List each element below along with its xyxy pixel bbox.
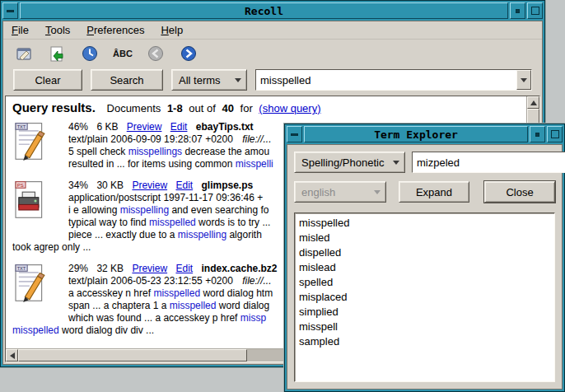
term-list-item[interactable]: misled bbox=[299, 231, 554, 245]
maximize-icon bbox=[531, 7, 539, 15]
query-dropdown-button[interactable] bbox=[516, 70, 531, 90]
menu-preferences[interactable]: Preferences bbox=[86, 24, 144, 36]
term-list-item[interactable]: misspelled bbox=[299, 216, 554, 231]
edit-link[interactable]: Edit bbox=[170, 121, 188, 133]
text-file-icon[interactable]: TXT bbox=[14, 264, 49, 305]
maximize-button[interactable] bbox=[527, 2, 543, 19]
chevron-down-icon bbox=[521, 78, 527, 82]
highlighted-term: misspellings bbox=[128, 146, 182, 157]
highlighted-term: misspelling bbox=[120, 204, 169, 216]
window-menu-icon bbox=[7, 10, 14, 12]
term-list-item[interactable]: misplaced bbox=[299, 290, 554, 305]
snippet-text: took agrep only ... bbox=[12, 241, 91, 253]
close-button[interactable]: Close bbox=[484, 181, 555, 203]
chevron-down-icon bbox=[235, 78, 241, 82]
term-list-item[interactable]: sampled bbox=[299, 334, 554, 349]
preview-link[interactable]: Preview bbox=[127, 121, 162, 133]
snippet-text: 5 spell check bbox=[68, 146, 128, 157]
menu-help[interactable]: Help bbox=[161, 24, 183, 36]
window-menu-button[interactable] bbox=[287, 126, 302, 142]
match-mode-combobox[interactable]: All terms bbox=[171, 69, 247, 91]
results-for-label: for bbox=[240, 102, 253, 114]
postscript-file-icon[interactable]: PS bbox=[14, 180, 49, 222]
maximize-button[interactable] bbox=[547, 126, 563, 142]
edit-link[interactable]: Edit bbox=[175, 263, 193, 274]
term-list-item[interactable]: simplied bbox=[299, 305, 554, 320]
window-menu-icon bbox=[291, 133, 298, 136]
highlighted-term: misspelling bbox=[178, 229, 226, 240]
search-controls: Clear Search All terms bbox=[3, 68, 542, 96]
term-list-item[interactable]: mislead bbox=[299, 260, 554, 275]
snippet-text: piece ... exactly due to a bbox=[68, 229, 178, 240]
relevance: 46% bbox=[68, 121, 88, 133]
history-icon[interactable] bbox=[79, 43, 100, 64]
arrow-up-icon bbox=[530, 100, 537, 105]
term-list-item[interactable]: dispelled bbox=[299, 245, 554, 260]
desktop: Recoll File Tools Preferences Help bbox=[0, 0, 565, 392]
file-size: 6 KB bbox=[96, 121, 118, 133]
edit-link[interactable]: Edit bbox=[175, 180, 193, 191]
recoll-titlebar[interactable]: Recoll bbox=[2, 2, 543, 19]
preview-link[interactable]: Preview bbox=[132, 263, 167, 274]
term-input[interactable] bbox=[413, 152, 565, 172]
horizontal-scroll-thumb[interactable] bbox=[18, 349, 247, 362]
mime-and-date: text/plain 2006-09-09 19:28:07 +0200 bbox=[68, 133, 233, 145]
query-input[interactable] bbox=[256, 70, 516, 90]
show-query-link[interactable]: (show query) bbox=[259, 102, 320, 114]
window-title: Term Explorer bbox=[304, 126, 528, 142]
preview-link[interactable]: Preview bbox=[132, 180, 167, 191]
search-button[interactable]: Search bbox=[91, 69, 163, 91]
scroll-up-button[interactable] bbox=[527, 96, 539, 109]
results-outof-label: out of bbox=[189, 102, 216, 114]
term-results-list: misspelled misled dispelled mislead spel… bbox=[294, 212, 555, 382]
term-list-item[interactable]: misspell bbox=[299, 320, 554, 334]
clear-search-icon[interactable] bbox=[13, 43, 35, 64]
file-size: 32 KB bbox=[96, 263, 124, 274]
maximize-icon bbox=[551, 130, 559, 138]
mime-and-date: text/plain 2006-05-23 23:12:55 +0200 bbox=[68, 275, 233, 287]
expansion-mode-value: Spelling/Phonetic bbox=[301, 156, 384, 169]
highlighted-term: misspelled bbox=[149, 217, 196, 228]
match-mode-value: All terms bbox=[179, 74, 221, 86]
file-path: file://... bbox=[242, 133, 271, 145]
chevron-down-icon bbox=[393, 161, 399, 165]
relevance: 29% bbox=[68, 263, 88, 274]
expand-button[interactable]: Expand bbox=[399, 181, 469, 203]
term-list-item[interactable]: spelled bbox=[299, 275, 554, 290]
update-index-icon[interactable] bbox=[46, 43, 68, 64]
window-menu-button[interactable] bbox=[2, 2, 18, 19]
term-input-wrap bbox=[412, 152, 565, 173]
toolbar: ÂBC bbox=[3, 40, 542, 68]
menu-file[interactable]: File bbox=[12, 24, 29, 36]
query-combobox bbox=[255, 69, 532, 91]
snippet-text: which was found ... a accesskey p href bbox=[68, 312, 240, 324]
clear-button[interactable]: Clear bbox=[13, 69, 82, 91]
results-header: Query results. Documents 1-8 out of 40 f… bbox=[12, 100, 526, 114]
scroll-left-button[interactable] bbox=[6, 349, 18, 362]
snippet-text: typical way to find bbox=[68, 217, 149, 228]
expansion-mode-combobox[interactable]: Spelling/Phonetic bbox=[294, 152, 405, 173]
back-icon[interactable] bbox=[145, 43, 166, 64]
term-explorer-titlebar[interactable]: Term Explorer bbox=[287, 126, 563, 142]
snippet-text: words is to try ... bbox=[196, 217, 271, 228]
snippet-text: word dialog div div ... bbox=[59, 324, 154, 336]
snippet-text: decrease the amou bbox=[182, 146, 269, 157]
forward-icon[interactable] bbox=[178, 43, 199, 64]
filename: glimpse.ps bbox=[201, 180, 253, 191]
snippet-text: and even searching fo bbox=[169, 204, 268, 216]
file-size: 30 KB bbox=[96, 180, 124, 191]
arrow-left-icon bbox=[10, 352, 15, 359]
svg-text:PS: PS bbox=[17, 183, 24, 188]
spellcheck-term-explorer-icon[interactable]: ÂBC bbox=[112, 43, 133, 64]
menu-tools[interactable]: Tools bbox=[45, 24, 70, 36]
text-file-icon[interactable]: TXT bbox=[14, 122, 49, 163]
highlighted-term: missp bbox=[240, 312, 266, 324]
snippet-text: algorith bbox=[226, 229, 262, 240]
term-explorer-window: Term Explorer Spelling/Phonetic en bbox=[284, 124, 565, 392]
minimize-button[interactable] bbox=[510, 2, 525, 19]
snippet-text: word dialog bbox=[216, 300, 269, 311]
highlighted-term: misspelli bbox=[236, 158, 273, 170]
highlighted-term: misspelled bbox=[153, 287, 200, 299]
minimize-button[interactable] bbox=[530, 126, 545, 142]
results-total: 40 bbox=[222, 102, 233, 114]
